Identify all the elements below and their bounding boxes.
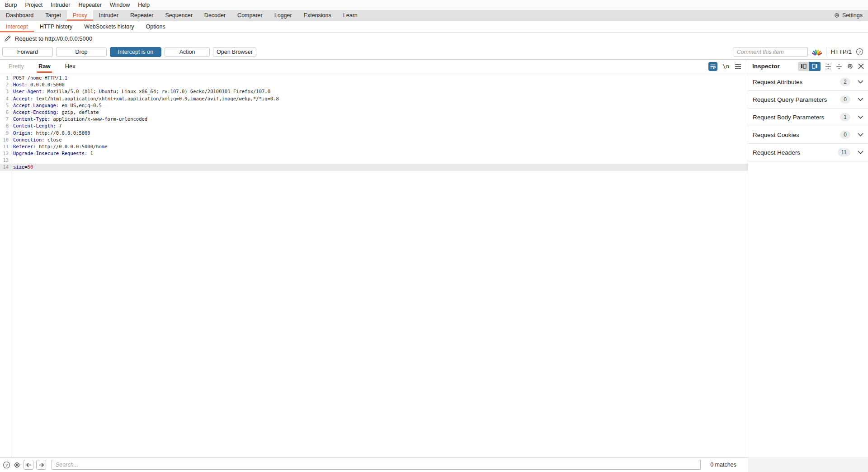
subtab-intercept[interactable]: Intercept <box>0 21 34 32</box>
open-browser-button[interactable]: Open Browser <box>213 47 256 57</box>
token: Accept-Encoding: <box>13 109 59 115</box>
inspector-section-request-query-parameters[interactable]: Request Query Parameters0 <box>748 91 868 109</box>
line-number: 3 <box>0 88 9 95</box>
request-title-bar: Request to http://0.0.0.0:5000 <box>0 33 868 44</box>
line-number: 6 <box>0 109 9 116</box>
token: POST /home HTTP/1.1 <box>13 75 67 80</box>
tab-comparer[interactable]: Comparer <box>231 10 269 21</box>
token: 0.0.0.0:5000 <box>28 82 65 87</box>
chevron-down-icon[interactable] <box>858 151 863 154</box>
inspector-section-request-attributes[interactable]: Request Attributes2 <box>748 73 868 91</box>
request-line-text: User-Agent: Mozilla/5.0 (X11; Ubuntu; Li… <box>9 88 270 95</box>
tab-sequencer[interactable]: Sequencer <box>159 10 198 21</box>
request-line-text: Accept-Language: en-US,en;q=0.5 <box>9 102 102 109</box>
word-wrap-toggle-icon[interactable] <box>708 62 717 71</box>
next-match-button[interactable] <box>36 460 46 470</box>
inspector-section-label: Request Body Parameters <box>753 114 840 121</box>
token: http://0.0.0.0:5000/home <box>36 144 108 149</box>
token: en-US,en;q=0.5 <box>59 103 102 108</box>
tab-learn[interactable]: Learn <box>337 10 363 21</box>
main-tab-bar: DashboardTargetProxyIntruderRepeaterSequ… <box>0 10 868 21</box>
action-button[interactable]: Action <box>165 47 210 57</box>
tab-intruder[interactable]: Intruder <box>93 10 124 21</box>
token: close <box>45 137 62 142</box>
tab-extensions[interactable]: Extensions <box>298 10 337 21</box>
search-settings-gear-icon[interactable] <box>13 461 21 469</box>
menu-burp[interactable]: Burp <box>1 2 21 8</box>
chevron-down-icon[interactable] <box>858 98 863 101</box>
inspector-header: Inspector <box>748 60 868 73</box>
request-line-text: Connection: close <box>9 137 61 143</box>
chevron-down-icon[interactable] <box>858 80 863 84</box>
chevron-down-icon[interactable] <box>858 115 863 119</box>
menu-intruder[interactable]: Intruder <box>47 2 74 8</box>
highlight-color-icon[interactable] <box>812 48 822 56</box>
settings-button[interactable]: Settings <box>828 10 868 21</box>
inspector-count-badge: 0 <box>840 131 850 139</box>
inspector-section-request-body-parameters[interactable]: Request Body Parameters1 <box>748 109 868 126</box>
collapse-all-icon[interactable] <box>836 63 842 70</box>
request-line-text: Upgrade-Insecure-Requests: 1 <box>9 150 93 157</box>
inspector-settings-gear-icon[interactable] <box>847 63 854 70</box>
comment-input[interactable] <box>733 47 808 57</box>
line-number: 2 <box>0 81 9 88</box>
inspector-layout-right-icon[interactable] <box>809 62 821 71</box>
intercept-toggle-button[interactable]: Intercept is on <box>110 47 161 57</box>
tab-repeater[interactable]: Repeater <box>124 10 159 21</box>
tab-proxy[interactable]: Proxy <box>67 10 93 21</box>
menu-help[interactable]: Help <box>134 2 154 8</box>
help-icon[interactable]: ? <box>856 48 863 56</box>
search-input[interactable] <box>52 460 701 470</box>
editor-menu-icon[interactable] <box>735 64 741 69</box>
request-line: 3User-Agent: Mozilla/5.0 (X11; Ubuntu; L… <box>0 88 748 95</box>
token: Referer: <box>13 144 36 149</box>
search-help-icon[interactable]: ? <box>3 461 10 469</box>
editor-tab-pretty[interactable]: Pretty <box>7 60 25 73</box>
request-line: 14size=50 <box>0 164 748 170</box>
request-line: 11Referer: http://0.0.0.0:5000/home <box>0 143 748 150</box>
settings-label: Settings <box>842 12 863 19</box>
chevron-down-icon[interactable] <box>858 133 863 137</box>
expand-all-icon[interactable] <box>825 63 831 70</box>
inspector-title: Inspector <box>752 63 780 70</box>
token: Accept-Language: <box>13 103 59 108</box>
token: Origin: <box>13 130 33 136</box>
line-number: 13 <box>0 157 9 164</box>
show-newlines-icon[interactable]: \n <box>723 63 729 70</box>
tab-logger[interactable]: Logger <box>269 10 298 21</box>
inspector-section-label: Request Headers <box>753 149 838 156</box>
request-line: 10Connection: close <box>0 137 748 143</box>
request-line-text <box>9 157 13 164</box>
editor-tab-raw[interactable]: Raw <box>37 60 52 73</box>
divider <box>826 47 826 57</box>
subtab-http-history[interactable]: HTTP history <box>34 21 79 32</box>
request-line: 4Accept: text/html,application/xhtml+xml… <box>0 95 748 102</box>
tab-dashboard[interactable]: Dashboard <box>0 10 39 21</box>
inspector-close-icon[interactable] <box>858 63 864 69</box>
previous-match-button[interactable] <box>24 460 33 470</box>
request-line: 2Host: 0.0.0.0:5000 <box>0 81 748 88</box>
drop-button[interactable]: Drop <box>56 47 107 57</box>
subtab-options[interactable]: Options <box>140 21 171 32</box>
request-line-text: Accept-Encoding: gzip, deflate <box>9 109 99 116</box>
menu-project[interactable]: Project <box>21 2 47 8</box>
inspector-section-request-cookies[interactable]: Request Cookies0 <box>748 126 868 144</box>
subtab-websockets-history[interactable]: WebSockets history <box>78 21 140 32</box>
request-line: 6Accept-Encoding: gzip, deflate <box>0 109 748 116</box>
inspector-count-badge: 11 <box>838 148 850 156</box>
svg-text:?: ? <box>859 49 861 54</box>
editor-tab-hex[interactable]: Hex <box>64 60 77 73</box>
request-line-text: Origin: http://0.0.0.0:5000 <box>9 130 90 137</box>
forward-button[interactable]: Forward <box>2 47 53 57</box>
menu-repeater[interactable]: Repeater <box>74 2 105 8</box>
tab-target[interactable]: Target <box>39 10 67 21</box>
tab-decoder[interactable]: Decoder <box>198 10 231 21</box>
request-editor[interactable]: 1POST /home HTTP/1.12Host: 0.0.0.0:50003… <box>0 73 748 457</box>
token: gzip, deflate <box>59 109 99 115</box>
request-line: 8Content-Length: 7 <box>0 123 748 129</box>
inspector-section-request-headers[interactable]: Request Headers11 <box>748 144 868 161</box>
pencil-icon <box>4 35 11 42</box>
menu-window[interactable]: Window <box>106 2 134 8</box>
line-number: 5 <box>0 102 9 109</box>
inspector-layout-left-icon[interactable] <box>798 62 809 71</box>
